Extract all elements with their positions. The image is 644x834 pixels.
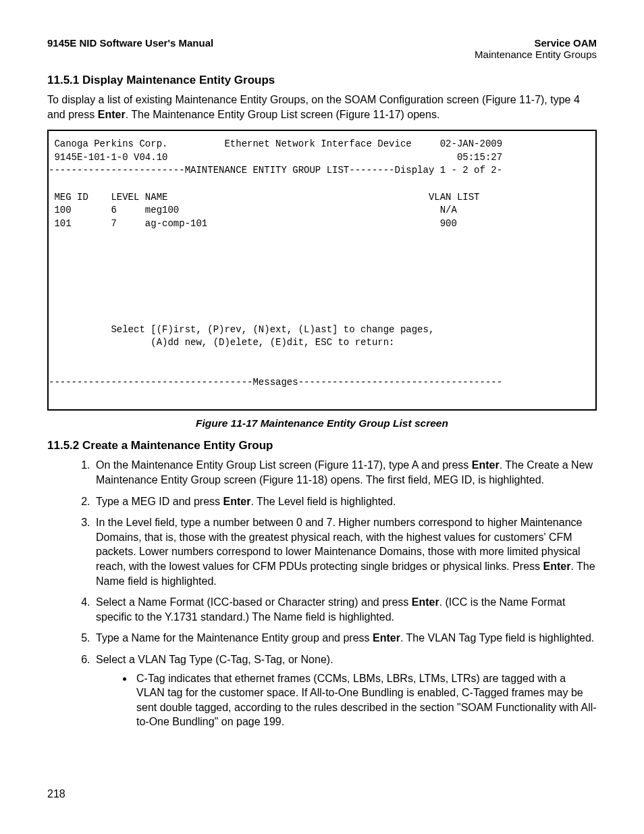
step2-a: Type a MEG ID and press [96, 496, 223, 507]
step-3: In the Level field, type a number betwee… [93, 515, 597, 588]
term-line3: ------------------------MAINTENANCE ENTI… [49, 165, 502, 176]
term-blank2 [49, 244, 54, 255]
figure-caption: Figure 11-17 Maintenance Entity Group Li… [47, 417, 597, 429]
term-blank6 [49, 297, 54, 308]
step-5: Type a Name for the Maintenance Entity g… [93, 631, 597, 646]
step4-a: Select a Name Format (ICC-based or Chara… [96, 596, 412, 608]
bullet-ctag: C-Tag indicates that ethernet frames (CC… [134, 671, 597, 729]
step3-a: In the Level field, type a number betwee… [96, 517, 582, 572]
step2-bold: Enter [223, 496, 251, 507]
term-line6: 100 6 meg100 N/A [49, 205, 457, 215]
term-line7: 101 7 ag-comp-101 900 [49, 218, 457, 229]
terminal-screenshot: Canoga Perkins Corp. Ethernet Network In… [47, 130, 597, 411]
term-line2: 9145E-101-1-0 V04.10 05:15:27 [49, 152, 502, 163]
step-6: Select a VLAN Tag Type (C-Tag, S-Tag, or… [93, 652, 597, 729]
step3-bold: Enter [543, 561, 570, 572]
step-2: Type a MEG ID and press Enter. The Level… [93, 494, 597, 509]
term-line13: ------------------------------------Mess… [49, 377, 502, 388]
step6-a: Select a VLAN Tag Type (C-Tag, S-Tag, or… [96, 654, 333, 665]
term-line12: (A)dd new, (D)elete, (E)dit, ESC to retu… [49, 337, 394, 348]
header-right: Service OAM Maintenance Entity Groups [475, 37, 597, 60]
section1-para: To display a list of existing Maintenanc… [47, 93, 597, 122]
section1-para-bold: Enter [98, 109, 126, 120]
step4-bold: Enter [412, 596, 439, 608]
term-blank3 [49, 258, 54, 269]
term-blank8 [49, 350, 54, 361]
header-left: 9145E NID Software User's Manual [47, 37, 213, 49]
step1-bold: Enter [472, 459, 500, 471]
term-blank4 [49, 271, 54, 282]
step-1: On the Maintenance Entity Group List scr… [93, 458, 597, 487]
term-line11: Select [(F)irst, (P)rev, (N)ext, (L)ast]… [49, 324, 434, 335]
term-line4 [49, 178, 54, 189]
section1-para-b: . The Maintenance Entity Group List scre… [126, 109, 440, 120]
term-blank7 [49, 311, 54, 321]
section-11-5-2-heading: 11.5.2 Create a Maintenance Entity Group [47, 439, 597, 452]
step5-a: Type a Name for the Maintenance Entity g… [96, 632, 373, 644]
step6-bullets: C-Tag indicates that ethernet frames (CC… [96, 671, 597, 729]
step1-a: On the Maintenance Entity Group List scr… [96, 459, 472, 471]
term-blank1 [49, 231, 54, 242]
page-header: 9145E NID Software User's Manual Service… [47, 37, 597, 60]
steps-list: On the Maintenance Entity Group List scr… [47, 458, 597, 729]
step5-bold: Enter [373, 632, 400, 644]
term-blank5 [49, 284, 54, 295]
header-right-sub: Maintenance Entity Groups [475, 49, 597, 60]
step5-b: . The VLAN Tag Type field is highlighted… [400, 632, 594, 644]
page-number: 218 [47, 788, 65, 800]
term-line5: MEG ID LEVEL NAME VLAN LIST [49, 192, 480, 203]
step-4: Select a Name Format (ICC-based or Chara… [93, 595, 597, 624]
term-blank9 [49, 363, 54, 374]
section-11-5-1-heading: 11.5.1 Display Maintenance Entity Groups [47, 74, 597, 87]
term-line1: Canoga Perkins Corp. Ethernet Network In… [49, 138, 502, 149]
step2-b: . The Level field is highlighted. [250, 496, 396, 507]
header-right-bold: Service OAM [534, 37, 597, 49]
